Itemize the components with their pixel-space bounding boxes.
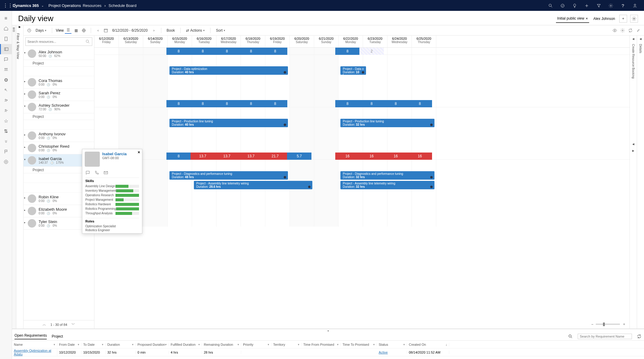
tab-project[interactable]: Project (52, 334, 63, 339)
project-row[interactable]: Project (24, 60, 94, 67)
filter-icon[interactable] (593, 3, 605, 8)
brand-label[interactable]: Dynamics 365 (13, 3, 39, 8)
breadcrumb-item-schedule-board[interactable]: Schedule Board (109, 3, 137, 8)
create-booking-label[interactable]: Create Resource Booking (632, 44, 635, 79)
task-bar[interactable]: Project - Production line tuningDuration… (340, 119, 434, 127)
book-button[interactable]: Book (165, 27, 177, 34)
expand-icon[interactable]: ▾ (24, 51, 26, 54)
rail-tool-icon[interactable]: ⚙ (0, 75, 12, 85)
resource-row[interactable]: ▾Ashley Schroeder72:00🕓90% (24, 101, 94, 113)
expand-icon[interactable]: ▸ (24, 209, 26, 212)
pager-up-icon[interactable]: ︿ (43, 322, 46, 327)
search-resources-input[interactable] (25, 37, 92, 46)
lightbulb-icon[interactable] (569, 3, 581, 8)
rail-settings-icon[interactable] (0, 157, 12, 167)
app-launcher-icon[interactable]: ⋮⋮⋮ (3, 3, 10, 8)
help-icon[interactable]: ? (617, 3, 629, 8)
allocation-cell[interactable]: 13.7 (215, 153, 239, 160)
allocation-cell[interactable] (287, 100, 311, 107)
popover-close-icon[interactable]: ✕ (137, 150, 140, 154)
allocation-cell[interactable]: 2 (359, 48, 384, 55)
allocation-cell[interactable] (142, 48, 167, 55)
tab-settings-button[interactable] (630, 15, 638, 23)
allocation-cell[interactable]: 16 (408, 153, 432, 160)
allocation-cell[interactable]: 8 (384, 100, 408, 107)
allocation-cell[interactable]: 8 (191, 48, 215, 55)
allocation-cell[interactable]: 8 (166, 153, 191, 160)
allocation-cell[interactable] (118, 100, 143, 107)
module-label[interactable]: Project Operations (49, 3, 81, 8)
req-search-input[interactable] (578, 334, 632, 339)
breadcrumb-item-resources[interactable]: Resources (83, 3, 101, 8)
close-tab-icon[interactable]: ✕ (586, 17, 588, 20)
resource-row[interactable]: ▾Alex Johnson50:00🕓62% (24, 48, 94, 60)
rail-remove-user-icon[interactable] (0, 105, 12, 116)
calendar-icon[interactable] (103, 27, 109, 34)
grid-view-icon[interactable]: ▦ (73, 27, 79, 34)
allocation-cell[interactable] (287, 48, 311, 55)
allocation-cell[interactable] (311, 100, 336, 107)
allocation-cell[interactable] (408, 48, 432, 55)
next-range-icon[interactable]: › (151, 27, 157, 34)
allocation-cell[interactable]: 8 (215, 100, 239, 107)
allocation-cell[interactable] (94, 100, 118, 107)
expand-icon[interactable]: ▾ (24, 158, 26, 161)
allocation-cell[interactable] (311, 153, 336, 160)
allocation-cell[interactable]: 8 (215, 48, 239, 55)
expand-icon[interactable]: ▸ (24, 133, 26, 136)
right-rail-nav-left[interactable]: ◀ (632, 143, 634, 146)
allocation-cell[interactable]: 13.7 (239, 153, 263, 160)
prev-range-icon[interactable]: ‹ (95, 27, 101, 34)
allocation-cell[interactable]: 8 (166, 48, 191, 55)
filter-map-panel-toggle[interactable]: ▶ Filter & Map View (16, 25, 24, 329)
rail-chat-icon[interactable] (0, 54, 12, 65)
left-gutter-handle[interactable]: ⊞⊟ (12, 25, 16, 329)
task-bar[interactable]: Project - Data optimizationDuration: 40 … (169, 66, 288, 75)
allocation-cell[interactable]: 16 (384, 153, 408, 160)
tab-alex-johnson[interactable]: Alex Johnson (592, 15, 616, 23)
zoom-slider[interactable] (596, 324, 620, 325)
add-tab-button[interactable]: ＋ (619, 15, 627, 23)
task-bar[interactable]: Project - Diagnostics and performance tu… (340, 171, 434, 180)
allocation-cell[interactable]: 16 (359, 153, 384, 160)
allocation-cell[interactable]: 21.7 (263, 153, 287, 160)
days-dropdown[interactable]: Days▾ (34, 27, 48, 34)
task-bar[interactable]: Project - Assembly line telemetry wiring… (194, 181, 312, 189)
zoom-in-icon[interactable]: ＋ (622, 322, 626, 327)
right-rail-toggle[interactable]: ◀ (632, 37, 634, 40)
expand-icon[interactable]: ▸ (24, 80, 26, 83)
popover-resource-name[interactable]: Isabel Garcia (102, 152, 127, 156)
chat-icon[interactable] (85, 170, 90, 175)
allocation-cell[interactable]: 5.7 (287, 153, 311, 160)
pager-down-icon[interactable]: ﹀ (71, 322, 75, 327)
allocation-cell[interactable]: 16 (335, 153, 360, 160)
allocation-cell[interactable] (94, 48, 118, 55)
actions-dropdown[interactable]: ⇄ Actions▾ (184, 27, 207, 34)
zoom-out-icon[interactable]: − (591, 322, 593, 326)
allocation-cell[interactable]: 8 (166, 100, 191, 107)
rail-flag-icon[interactable] (0, 146, 12, 157)
expand-icon[interactable]: ▸ (24, 92, 26, 95)
expand-icon[interactable]: ▾ (24, 105, 26, 108)
req-grid-row[interactable]: Assembly Optimization at Adatu 10/12/202… (12, 348, 644, 356)
allocation-cell[interactable]: 8 (263, 48, 287, 55)
allocation-cell[interactable]: 8 (191, 100, 215, 107)
allocation-cell[interactable] (142, 100, 167, 107)
rail-board-icon[interactable] (0, 44, 12, 54)
refresh-icon[interactable] (627, 27, 634, 34)
details-panel-rail[interactable]: ◀ Details (637, 36, 644, 329)
resource-row[interactable]: ▸Sarah Perez0:00🕓0% (24, 89, 94, 101)
allocation-cell[interactable]: 13.7 (191, 153, 215, 160)
right-rail-nav-right[interactable]: ▶ (632, 149, 634, 152)
rail-menu-icon[interactable]: ≡ (0, 13, 12, 24)
allocation-cell[interactable] (311, 48, 336, 55)
board-settings-icon[interactable] (619, 27, 626, 34)
allocation-cell[interactable]: 8 (239, 48, 263, 55)
task-bar[interactable]: Project - Diagnostics and performance tu… (169, 171, 288, 180)
panel-drag-handle[interactable]: ▾ (12, 329, 644, 332)
fullscreen-icon[interactable]: ⤢ (635, 27, 642, 34)
allocation-cell[interactable] (142, 153, 167, 160)
rail-link2-icon[interactable] (0, 136, 12, 146)
allocation-cell[interactable]: 8 (408, 100, 432, 107)
list-view-icon[interactable]: ☰ (65, 27, 71, 34)
